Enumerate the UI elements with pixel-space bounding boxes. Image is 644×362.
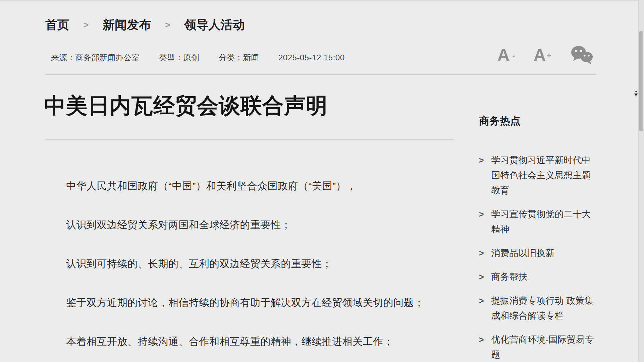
wechat-share-button[interactable] bbox=[570, 45, 594, 66]
breadcrumb-news-release[interactable]: 新闻发布 bbox=[103, 17, 151, 33]
article-body: 中华人民共和国政府（“中国”）和美利坚合众国政府（“美国”）， 认识到双边经贸关… bbox=[66, 180, 452, 362]
breadcrumb-home[interactable]: 首页 bbox=[45, 17, 69, 33]
minus-icon: - bbox=[513, 46, 515, 65]
title-divider bbox=[45, 139, 454, 140]
meta-category-value: 新闻 bbox=[243, 52, 259, 63]
article-toolbar: A - A + bbox=[497, 44, 594, 66]
publish-datetime: 2025-05-12 15:00 bbox=[278, 53, 345, 62]
chevron-right-icon: > bbox=[479, 207, 484, 222]
article-paragraph: 鉴于双方近期的讨论，相信持续的协商有助于解决双方在经贸领域关切的问题； bbox=[66, 296, 452, 309]
vertical-scrollbar-track[interactable] bbox=[638, 0, 644, 362]
sidebar-item-boost-consumption[interactable]: > 提振消费专项行动 政策集成和综合解读专栏 bbox=[479, 293, 598, 323]
sidebar-title: 商务热点 bbox=[479, 114, 598, 128]
hot-topics-sidebar: 商务热点 > 学习贯彻习近平新时代中国特色社会主义思想主题教育 > 学习宣传贯彻… bbox=[479, 114, 598, 362]
article-paragraph: 认识到双边经贸关系对两国和全球经济的重要性； bbox=[66, 219, 452, 231]
sidebar-item-commerce-assistance[interactable]: > 商务帮扶 bbox=[479, 269, 598, 285]
sidebar-item-label: 优化营商环境-国际贸易专题 bbox=[491, 332, 595, 362]
meta-type-value: 原创 bbox=[183, 52, 199, 63]
mouse-cursor bbox=[633, 90, 639, 98]
sidebar-item-label: 消费品以旧换新 bbox=[491, 246, 595, 261]
meta-category-label: 分类： bbox=[219, 52, 243, 63]
font-decrease-button[interactable]: A - bbox=[497, 45, 515, 65]
sidebar-item-label: 商务帮扶 bbox=[491, 269, 595, 285]
font-increase-button[interactable]: A + bbox=[534, 45, 551, 65]
meta-category: 分类： 新闻 bbox=[219, 52, 259, 63]
meta-type-label: 类型： bbox=[159, 52, 183, 63]
sidebar-item-20th-congress[interactable]: > 学习宣传贯彻党的二十大精神 bbox=[479, 207, 598, 237]
meta-source-value: 商务部新闻办公室 bbox=[75, 52, 140, 63]
article-paragraph: 中华人民共和国政府（“中国”）和美利坚合众国政府（“美国”）， bbox=[66, 180, 452, 192]
vertical-scrollbar-thumb[interactable] bbox=[639, 31, 643, 131]
breadcrumb-leader-activities[interactable]: 领导人活动 bbox=[184, 17, 245, 33]
breadcrumb: 首页 > 新闻发布 > 领导人活动 bbox=[45, 17, 245, 33]
article-paragraph: 认识到可持续的、长期的、互利的双边经贸关系的重要性； bbox=[66, 257, 452, 270]
font-decrease-letter: A bbox=[497, 46, 509, 64]
breadcrumb-separator-icon: > bbox=[84, 20, 89, 30]
sidebar-item-business-environment[interactable]: > 优化营商环境-国际贸易专题 bbox=[479, 332, 598, 362]
wechat-icon bbox=[570, 45, 594, 65]
sidebar-item-theme-education[interactable]: > 学习贯彻习近平新时代中国特色社会主义思想主题教育 bbox=[479, 153, 598, 198]
sidebar-item-label: 提振消费专项行动 政策集成和综合解读专栏 bbox=[491, 293, 595, 323]
chevron-right-icon: > bbox=[479, 269, 484, 285]
chevron-right-icon: > bbox=[479, 246, 484, 261]
meta-source-label: 来源： bbox=[51, 52, 75, 63]
sidebar-item-label: 学习贯彻习近平新时代中国特色社会主义思想主题教育 bbox=[491, 153, 595, 198]
plus-icon: + bbox=[547, 46, 551, 65]
chevron-right-icon: > bbox=[479, 293, 484, 308]
sidebar-item-trade-in[interactable]: > 消费品以旧换新 bbox=[479, 246, 598, 261]
meta-type: 类型： 原创 bbox=[159, 52, 199, 63]
chevron-right-icon: > bbox=[479, 153, 484, 168]
article-title: 中美日内瓦经贸会谈联合声明 bbox=[44, 91, 328, 120]
meta-source: 来源： 商务部新闻办公室 bbox=[51, 52, 140, 63]
chevron-right-icon: > bbox=[479, 332, 484, 347]
article-paragraph: 本着相互开放、持续沟通、合作和相互尊重的精神，继续推进相关工作； bbox=[66, 335, 452, 348]
breadcrumb-separator-icon: > bbox=[165, 20, 170, 30]
meta-divider bbox=[45, 74, 596, 75]
article-meta-row: 来源： 商务部新闻办公室 类型： 原创 分类： 新闻 2025-05-12 15… bbox=[51, 52, 345, 63]
page-top-shadow bbox=[0, 0, 644, 2]
font-increase-letter: A bbox=[534, 46, 546, 64]
sidebar-item-label: 学习宣传贯彻党的二十大精神 bbox=[491, 207, 595, 237]
